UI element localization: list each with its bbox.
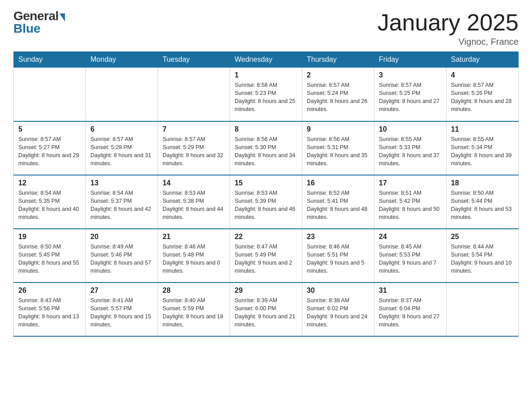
day-number: 4 xyxy=(451,71,514,79)
calendar-cell: 20Sunrise: 8:49 AM Sunset: 5:46 PM Dayli… xyxy=(86,229,158,283)
day-info: Sunrise: 8:37 AM Sunset: 6:04 PM Dayligh… xyxy=(379,296,442,329)
weekday-header-monday: Monday xyxy=(86,52,158,68)
day-number: 13 xyxy=(90,179,153,187)
calendar-cell: 25Sunrise: 8:44 AM Sunset: 5:54 PM Dayli… xyxy=(446,229,519,283)
day-number: 3 xyxy=(379,71,442,79)
week-row-5: 26Sunrise: 8:43 AM Sunset: 5:56 PM Dayli… xyxy=(14,283,519,336)
day-info: Sunrise: 8:48 AM Sunset: 5:48 PM Dayligh… xyxy=(163,243,225,275)
day-info: Sunrise: 8:45 AM Sunset: 5:53 PM Dayligh… xyxy=(379,243,442,275)
day-info: Sunrise: 8:57 AM Sunset: 5:26 PM Dayligh… xyxy=(451,81,514,114)
calendar-cell: 13Sunrise: 8:54 AM Sunset: 5:37 PM Dayli… xyxy=(86,175,158,229)
day-number: 9 xyxy=(307,125,369,133)
calendar-cell: 24Sunrise: 8:45 AM Sunset: 5:53 PM Dayli… xyxy=(374,229,446,283)
calendar-cell: 26Sunrise: 8:43 AM Sunset: 5:56 PM Dayli… xyxy=(14,283,86,336)
page-header: General Blue January 2025 Vignoc, France xyxy=(13,9,519,47)
calendar-cell: 19Sunrise: 8:50 AM Sunset: 5:45 PM Dayli… xyxy=(14,229,86,283)
day-info: Sunrise: 8:54 AM Sunset: 5:35 PM Dayligh… xyxy=(18,189,81,222)
day-number: 11 xyxy=(451,125,514,133)
calendar-cell: 23Sunrise: 8:46 AM Sunset: 5:51 PM Dayli… xyxy=(302,229,374,283)
day-info: Sunrise: 8:51 AM Sunset: 5:42 PM Dayligh… xyxy=(379,189,442,222)
day-number: 28 xyxy=(163,287,225,295)
day-info: Sunrise: 8:46 AM Sunset: 5:51 PM Dayligh… xyxy=(307,243,369,275)
day-number: 2 xyxy=(307,71,369,79)
day-info: Sunrise: 8:40 AM Sunset: 5:59 PM Dayligh… xyxy=(163,296,225,329)
logo: General Blue xyxy=(13,9,65,36)
day-number: 26 xyxy=(18,287,81,295)
calendar-cell: 29Sunrise: 8:39 AM Sunset: 6:00 PM Dayli… xyxy=(230,283,302,336)
day-info: Sunrise: 8:57 AM Sunset: 5:27 PM Dayligh… xyxy=(18,135,81,168)
day-number: 1 xyxy=(235,71,297,79)
day-info: Sunrise: 8:57 AM Sunset: 5:25 PM Dayligh… xyxy=(379,81,442,114)
day-info: Sunrise: 8:57 AM Sunset: 5:24 PM Dayligh… xyxy=(307,81,369,114)
calendar-cell: 3Sunrise: 8:57 AM Sunset: 5:25 PM Daylig… xyxy=(374,68,446,121)
calendar-cell: 1Sunrise: 8:58 AM Sunset: 5:23 PM Daylig… xyxy=(230,68,302,121)
day-info: Sunrise: 8:53 AM Sunset: 5:39 PM Dayligh… xyxy=(235,189,297,222)
calendar-cell: 21Sunrise: 8:48 AM Sunset: 5:48 PM Dayli… xyxy=(158,229,230,283)
day-number: 27 xyxy=(90,287,153,295)
day-info: Sunrise: 8:55 AM Sunset: 5:34 PM Dayligh… xyxy=(451,135,514,168)
day-number: 21 xyxy=(163,233,225,241)
calendar-cell: 18Sunrise: 8:50 AM Sunset: 5:44 PM Dayli… xyxy=(446,175,519,229)
weekday-header-tuesday: Tuesday xyxy=(158,52,230,68)
calendar-subtitle: Vignoc, France xyxy=(378,37,519,47)
calendar-cell: 5Sunrise: 8:57 AM Sunset: 5:27 PM Daylig… xyxy=(14,121,86,175)
day-info: Sunrise: 8:50 AM Sunset: 5:45 PM Dayligh… xyxy=(18,243,81,275)
calendar-cell: 7Sunrise: 8:57 AM Sunset: 5:29 PM Daylig… xyxy=(158,121,230,175)
day-number: 31 xyxy=(379,287,442,295)
weekday-header-friday: Friday xyxy=(374,52,446,68)
calendar-cell xyxy=(158,68,230,121)
day-number: 5 xyxy=(18,125,81,133)
week-row-1: 1Sunrise: 8:58 AM Sunset: 5:23 PM Daylig… xyxy=(14,68,519,121)
day-number: 15 xyxy=(235,179,297,187)
day-info: Sunrise: 8:44 AM Sunset: 5:54 PM Dayligh… xyxy=(451,243,514,275)
calendar-cell: 9Sunrise: 8:56 AM Sunset: 5:31 PM Daylig… xyxy=(302,121,374,175)
calendar-cell: 11Sunrise: 8:55 AM Sunset: 5:34 PM Dayli… xyxy=(446,121,519,175)
calendar-table: SundayMondayTuesdayWednesdayThursdayFrid… xyxy=(13,51,519,337)
calendar-title: January 2025 xyxy=(378,9,519,36)
day-number: 25 xyxy=(451,233,514,241)
week-row-3: 12Sunrise: 8:54 AM Sunset: 5:35 PM Dayli… xyxy=(14,175,519,229)
calendar-cell: 30Sunrise: 8:38 AM Sunset: 6:02 PM Dayli… xyxy=(302,283,374,336)
weekday-header-row: SundayMondayTuesdayWednesdayThursdayFrid… xyxy=(14,52,519,68)
day-number: 17 xyxy=(379,179,442,187)
calendar-cell xyxy=(14,68,86,121)
calendar-cell xyxy=(86,68,158,121)
day-info: Sunrise: 8:43 AM Sunset: 5:56 PM Dayligh… xyxy=(18,296,81,329)
day-number: 8 xyxy=(235,125,297,133)
calendar-cell: 8Sunrise: 8:56 AM Sunset: 5:30 PM Daylig… xyxy=(230,121,302,175)
calendar-cell: 10Sunrise: 8:55 AM Sunset: 5:33 PM Dayli… xyxy=(374,121,446,175)
day-number: 29 xyxy=(235,287,297,295)
day-info: Sunrise: 8:56 AM Sunset: 5:31 PM Dayligh… xyxy=(307,135,369,168)
day-number: 7 xyxy=(163,125,225,133)
calendar-cell: 2Sunrise: 8:57 AM Sunset: 5:24 PM Daylig… xyxy=(302,68,374,121)
weekday-header-saturday: Saturday xyxy=(446,52,519,68)
day-number: 10 xyxy=(379,125,442,133)
day-number: 14 xyxy=(163,179,225,187)
calendar-cell: 6Sunrise: 8:57 AM Sunset: 5:28 PM Daylig… xyxy=(86,121,158,175)
day-info: Sunrise: 8:57 AM Sunset: 5:29 PM Dayligh… xyxy=(163,135,225,168)
weekday-header-thursday: Thursday xyxy=(302,52,374,68)
day-info: Sunrise: 8:38 AM Sunset: 6:02 PM Dayligh… xyxy=(307,296,369,329)
day-info: Sunrise: 8:47 AM Sunset: 5:49 PM Dayligh… xyxy=(235,243,297,275)
day-info: Sunrise: 8:39 AM Sunset: 6:00 PM Dayligh… xyxy=(235,296,297,329)
day-info: Sunrise: 8:50 AM Sunset: 5:44 PM Dayligh… xyxy=(451,189,514,222)
calendar-cell: 12Sunrise: 8:54 AM Sunset: 5:35 PM Dayli… xyxy=(14,175,86,229)
logo-arrow-icon xyxy=(60,13,65,21)
day-info: Sunrise: 8:53 AM Sunset: 5:38 PM Dayligh… xyxy=(163,189,225,222)
day-info: Sunrise: 8:56 AM Sunset: 5:30 PM Dayligh… xyxy=(235,135,297,168)
calendar-cell: 31Sunrise: 8:37 AM Sunset: 6:04 PM Dayli… xyxy=(374,283,446,336)
day-info: Sunrise: 8:54 AM Sunset: 5:37 PM Dayligh… xyxy=(90,189,153,222)
day-number: 20 xyxy=(90,233,153,241)
day-info: Sunrise: 8:49 AM Sunset: 5:46 PM Dayligh… xyxy=(90,243,153,275)
weekday-header-wednesday: Wednesday xyxy=(230,52,302,68)
day-info: Sunrise: 8:41 AM Sunset: 5:57 PM Dayligh… xyxy=(90,296,153,329)
title-section: January 2025 Vignoc, France xyxy=(378,9,519,47)
day-number: 12 xyxy=(18,179,81,187)
day-number: 24 xyxy=(379,233,442,241)
day-number: 22 xyxy=(235,233,297,241)
calendar-cell: 16Sunrise: 8:52 AM Sunset: 5:41 PM Dayli… xyxy=(302,175,374,229)
day-info: Sunrise: 8:52 AM Sunset: 5:41 PM Dayligh… xyxy=(307,189,369,222)
calendar-cell: 22Sunrise: 8:47 AM Sunset: 5:49 PM Dayli… xyxy=(230,229,302,283)
logo-blue-text: Blue xyxy=(13,21,41,36)
day-number: 30 xyxy=(307,287,369,295)
